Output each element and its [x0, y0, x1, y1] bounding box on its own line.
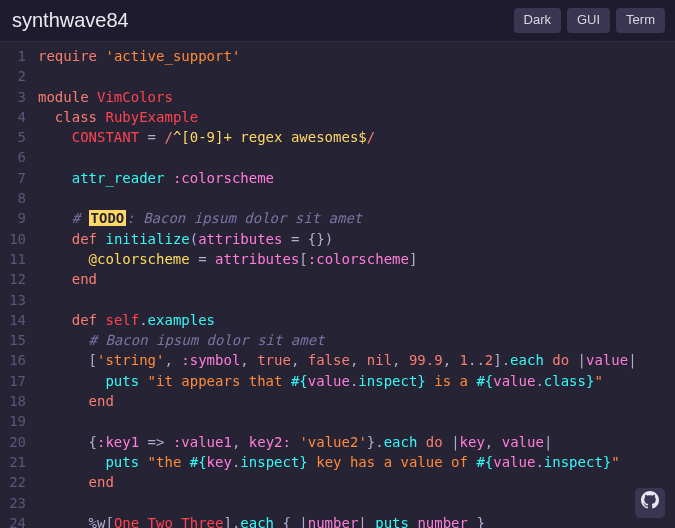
token-interp: #{ — [476, 373, 493, 389]
token-plain — [38, 170, 72, 186]
tab-gui[interactable]: GUI — [567, 8, 610, 33]
token-plain — [38, 393, 89, 409]
token-op: %w — [89, 515, 106, 528]
token-sym: :colorscheme — [308, 251, 409, 267]
token-comment: # Bacon ipsum dolor sit amet — [89, 332, 325, 348]
line-number: 19 — [0, 411, 26, 431]
token-keyword: def — [72, 312, 97, 328]
line-number-gutter: 123456789101112131415161718192021222324 — [0, 46, 38, 528]
scheme-title: synthwave84 — [12, 6, 129, 35]
token-plain — [38, 515, 89, 528]
token-plain — [544, 352, 552, 368]
token-plain — [282, 231, 290, 247]
token-ident: inspect — [358, 373, 417, 389]
token-op: = — [198, 251, 206, 267]
token-num: 2 — [485, 352, 493, 368]
token-plain — [38, 231, 72, 247]
token-punc: , — [443, 352, 460, 368]
token-self: self — [105, 312, 139, 328]
token-op: | — [544, 434, 552, 450]
line-number: 20 — [0, 432, 26, 452]
token-op: | — [578, 352, 586, 368]
line-number: 12 — [0, 269, 26, 289]
token-comment: # — [72, 210, 89, 226]
token-ident: each — [384, 434, 418, 450]
code-line — [38, 188, 675, 208]
token-op: = — [148, 129, 156, 145]
line-number: 21 — [0, 452, 26, 472]
token-plain — [38, 352, 89, 368]
code-line: puts "it appears that #{value.inspect} i… — [38, 371, 675, 391]
token-ident: inspect — [544, 454, 603, 470]
token-string: " — [594, 373, 602, 389]
token-punc: . — [535, 373, 543, 389]
code-line — [38, 147, 675, 167]
token-sym: :colorscheme — [173, 170, 274, 186]
token-punc: ] — [409, 251, 417, 267]
token-punc: [ — [89, 352, 97, 368]
token-plain — [38, 129, 72, 145]
line-number: 15 — [0, 330, 26, 350]
tab-dark[interactable]: Dark — [514, 8, 561, 33]
token-ident: class — [544, 373, 586, 389]
token-regex: / — [164, 129, 172, 145]
token-plain — [139, 373, 147, 389]
line-number: 9 — [0, 208, 26, 228]
line-number: 17 — [0, 371, 26, 391]
line-number: 14 — [0, 310, 26, 330]
github-link[interactable] — [635, 488, 665, 518]
code-line: @colorscheme = attributes[:colorscheme] — [38, 249, 675, 269]
token-sym: :symbol — [181, 352, 240, 368]
token-ivar: @colorscheme — [89, 251, 190, 267]
token-plain — [89, 89, 97, 105]
line-number: 8 — [0, 188, 26, 208]
token-ident: inspect — [240, 454, 299, 470]
token-punc: ]. — [223, 515, 240, 528]
token-string: "the — [148, 454, 190, 470]
token-plain — [139, 129, 147, 145]
token-punc: , — [291, 352, 308, 368]
token-plain — [38, 434, 89, 450]
token-plain — [38, 474, 89, 490]
token-string: "it appears that — [148, 373, 291, 389]
token-var: attributes — [215, 251, 299, 267]
code-line: end — [38, 472, 675, 492]
token-op: .. — [468, 352, 485, 368]
token-nil: nil — [367, 352, 392, 368]
token-var: value — [308, 373, 350, 389]
token-plain — [190, 251, 198, 267]
token-plain — [38, 210, 72, 226]
token-const: RubyExample — [105, 109, 198, 125]
code-line: {:key1 => :value1, key2: 'value2'}.each … — [38, 432, 675, 452]
token-string: 'value2' — [299, 434, 366, 450]
token-plain — [569, 352, 577, 368]
tab-term[interactable]: Term — [616, 8, 665, 33]
line-number: 22 — [0, 472, 26, 492]
code-area[interactable]: require 'active_support'module VimColors… — [38, 46, 675, 528]
token-interp: #{ — [291, 373, 308, 389]
token-keyword: end — [89, 393, 114, 409]
token-plain — [417, 434, 425, 450]
line-number: 3 — [0, 87, 26, 107]
token-const: CONSTANT — [72, 129, 139, 145]
token-plain — [299, 231, 307, 247]
token-punc: [ — [299, 251, 307, 267]
token-punc: ( — [190, 231, 198, 247]
token-plain — [367, 515, 375, 528]
token-plain — [38, 271, 72, 287]
token-const: VimColors — [97, 89, 173, 105]
token-regexbody: ^[0-9]+ regex awesomes$ — [173, 129, 367, 145]
token-num: 99.9 — [409, 352, 443, 368]
token-num: 1 — [460, 352, 468, 368]
code-line: end — [38, 391, 675, 411]
token-ident: puts — [105, 454, 139, 470]
token-op: | — [358, 515, 366, 528]
code-line: end — [38, 269, 675, 289]
line-number: 11 — [0, 249, 26, 269]
token-interp: } — [417, 373, 425, 389]
token-var: key — [460, 434, 485, 450]
code-line: module VimColors — [38, 87, 675, 107]
line-number: 4 — [0, 107, 26, 127]
token-regex: / — [367, 129, 375, 145]
token-plain — [164, 170, 172, 186]
